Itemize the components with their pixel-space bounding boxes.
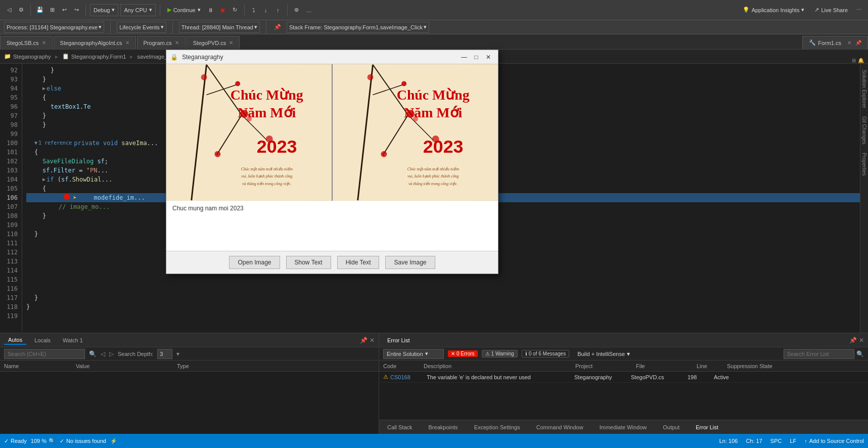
locals-tab[interactable]: Locals [30, 336, 55, 344]
tab-steganography[interactable]: SteganographyAlgoInt.cs ✕ [54, 36, 136, 49]
more-icon[interactable]: … [304, 5, 314, 15]
restart-icon[interactable]: ↻ [230, 5, 240, 15]
build-filter[interactable]: Build + IntelliSense ▾ [577, 350, 630, 357]
thread-dropdown[interactable]: Thread: [28840] Main Thread ▾ [179, 22, 260, 33]
more-options-icon[interactable]: ⋯ [854, 5, 864, 15]
save-image-button[interactable]: Save Image [385, 256, 435, 269]
debug-dropdown[interactable]: Debug ▾ [90, 4, 118, 16]
collapse-icon[interactable]: 🔔 [858, 58, 864, 63]
svg-point-29 [368, 74, 374, 80]
search-depth-input[interactable] [157, 349, 172, 359]
pin-icon[interactable]: 📌 [272, 22, 283, 32]
solution-filter-dropdown[interactable]: Entire Solution ▾ [383, 349, 444, 359]
tab-stegoPVD-close[interactable]: ✕ [229, 40, 233, 46]
error-suppression: Active [714, 374, 864, 380]
breakpoints-tab[interactable]: Breakpoints [425, 423, 462, 431]
git-changes-tab[interactable]: Git Changes [861, 116, 867, 145]
command-window-tab[interactable]: Command Window [532, 423, 587, 431]
form1-breadcrumb[interactable]: 📋 Steganography.Form1 [62, 53, 126, 60]
error-pin-icon[interactable]: 📌 [849, 337, 857, 344]
autos-pin-icon[interactable]: 📌 [360, 337, 368, 344]
tab-program-close[interactable]: ✕ [175, 40, 179, 46]
autos-body [0, 372, 379, 434]
tab-program[interactable]: Program.cs ✕ [137, 36, 186, 49]
errors-badge[interactable]: ✕ 0 Errors [448, 350, 478, 357]
redo-icon[interactable]: ↪ [71, 5, 81, 15]
error-list-tab[interactable]: Error List [383, 336, 414, 344]
continue-button[interactable]: ▶ Continue ▾ [164, 6, 204, 14]
warnings-badge[interactable]: ⚠ 1 Warning [482, 350, 518, 357]
col-file-header: File [632, 363, 693, 369]
steganography-breadcrumb[interactable]: 📁 Steganography [4, 53, 51, 60]
tab-steganography-close[interactable]: ✕ [125, 40, 129, 46]
error-list-bottom-tab[interactable]: Error List [692, 423, 722, 431]
line-119: 119 [0, 311, 22, 321]
tab-stegoLSB-close[interactable]: ✕ [42, 40, 46, 46]
lf-status[interactable]: LF [790, 438, 796, 444]
solution-explorer-tab[interactable]: Solution Explorer [861, 70, 867, 108]
save-all-icon[interactable]: ⊞ [47, 5, 57, 15]
dialog-titlebar[interactable]: 🔒 Steganagraghy — □ ✕ [166, 50, 498, 64]
output-tab[interactable]: Output [659, 423, 683, 431]
form1-close[interactable]: ✕ [847, 40, 851, 46]
separator-3 [160, 4, 160, 16]
step-out-icon[interactable]: ↑ [273, 5, 283, 15]
ch-status[interactable]: Ch: 17 [746, 438, 762, 444]
dialog-minimize-button[interactable]: — [459, 52, 470, 63]
ready-status[interactable]: ✓ Ready [4, 438, 27, 444]
thread-icon[interactable]: ⊛ [292, 5, 302, 15]
watch1-tab[interactable]: Watch 1 [59, 336, 87, 344]
play-icon: ▶ [167, 7, 171, 13]
error-search-input[interactable] [784, 349, 854, 359]
messages-badge[interactable]: ℹ 0 of 6 Messages [522, 350, 569, 357]
stop-icon[interactable]: ⏹ [218, 5, 228, 15]
step-into-icon[interactable]: ↓ [261, 5, 271, 15]
code-line-119 [26, 311, 860, 321]
form1-breadcrumb-label: Steganography.Form1 [71, 54, 126, 60]
dialog-maximize-button[interactable]: □ [471, 52, 482, 63]
stack-frame-dropdown[interactable]: Stack Frame: Steganography.Form1.saveIma… [287, 22, 429, 33]
autos-close-icon[interactable]: ✕ [370, 337, 375, 344]
form1-pin[interactable]: 📌 [855, 40, 861, 46]
save-icon[interactable]: 💾 [35, 5, 45, 15]
process-dropdown[interactable]: Process: [31164] Steganography.exe ▾ [4, 22, 104, 33]
collapse-94[interactable]: ▶ [42, 84, 45, 93]
lifecycle-dropdown[interactable]: Lifecycle Events ▾ [117, 22, 166, 33]
autos-search-input[interactable] [4, 349, 85, 359]
error-close-icon[interactable]: ✕ [859, 337, 864, 344]
zoom-status[interactable]: 109 % 🔍 [31, 438, 56, 444]
open-image-button[interactable]: Open Image [229, 256, 280, 269]
depth-chevron[interactable]: ▾ [176, 350, 179, 357]
exception-settings-tab[interactable]: Exception Settings [470, 423, 524, 431]
nav-forward-icon[interactable]: ▷ [109, 350, 114, 357]
table-row[interactable]: ⚠ CS0168 The variable 'e' is declared bu… [379, 372, 868, 383]
tab-stegoPVD[interactable]: StegoPVD.cs ✕ [187, 36, 240, 49]
spc-status[interactable]: SPC [770, 438, 782, 444]
collapse-104[interactable]: ▶ [42, 175, 45, 184]
properties-tab[interactable]: Properties [861, 153, 867, 176]
live-share[interactable]: ↗ Live Share [814, 7, 848, 13]
error-search-icon[interactable]: 🔍 [856, 350, 864, 357]
back-icon[interactable]: ◁ [4, 5, 14, 15]
expand-icon[interactable]: ⊞ [852, 58, 856, 63]
immediate-window-tab[interactable]: Immediate Window [596, 423, 651, 431]
step-over-icon[interactable]: ⤵ [249, 5, 259, 15]
cpu-dropdown[interactable]: Any CPU ▾ [120, 4, 155, 16]
dialog-close-button[interactable]: ✕ [483, 52, 494, 63]
nav-status[interactable]: ⚡ [110, 438, 117, 444]
undo-icon[interactable]: ↩ [59, 5, 69, 15]
settings-icon[interactable]: ⚙ [16, 5, 26, 15]
app-insights[interactable]: 💡 Application Insights ▾ [743, 7, 805, 13]
show-text-button[interactable]: Show Text [286, 256, 331, 269]
call-stack-tab[interactable]: Call Stack [383, 423, 417, 431]
add-source-control-status[interactable]: ↑ Add to Source Control [804, 438, 864, 444]
pause-icon[interactable]: ⏸ [206, 5, 216, 15]
autos-tab[interactable]: Autos [4, 336, 26, 345]
tab-stegoLSB[interactable]: StegoLSB.cs ✕ [0, 36, 53, 49]
collapse-100[interactable]: ▼ [34, 139, 37, 148]
form1-tab[interactable]: 🔧 Form1.cs ✕ 📌 [802, 36, 868, 49]
issues-status[interactable]: ✓ No issues found [60, 438, 106, 444]
ln-status[interactable]: Ln: 106 [719, 438, 738, 444]
hide-text-button[interactable]: Hide Text [337, 256, 380, 269]
nav-back-icon[interactable]: ◁ [101, 350, 105, 357]
